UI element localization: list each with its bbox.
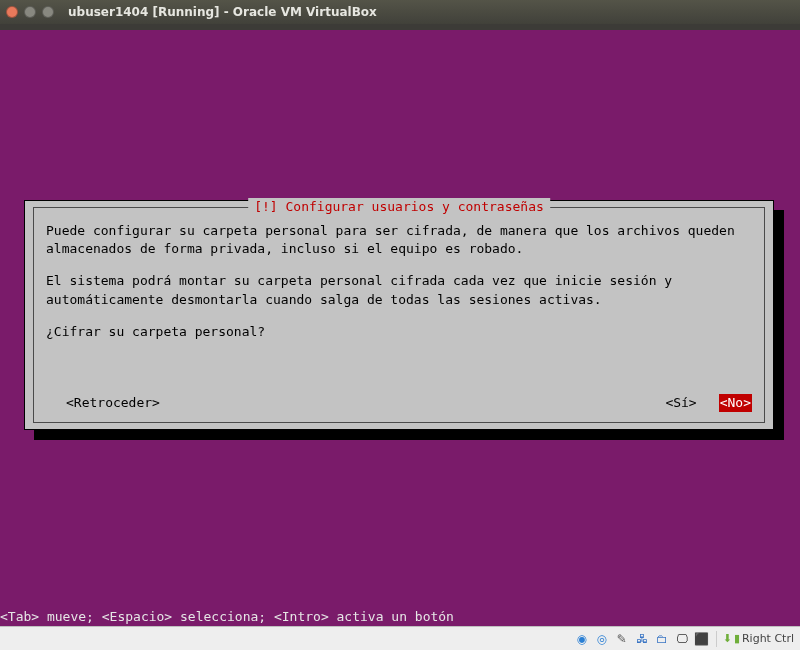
usb-icon[interactable]: ✎: [614, 631, 630, 647]
installer-dialog: [!] Configurar usuarios y contraseñas Pu…: [24, 200, 774, 430]
dialog-body: [!] Configurar usuarios y contraseñas Pu…: [33, 207, 765, 423]
minimize-icon[interactable]: [24, 6, 36, 18]
dialog-title: [!] Configurar usuarios y contraseñas: [248, 198, 550, 216]
back-button[interactable]: <Retroceder>: [66, 394, 160, 412]
shared-folder-icon[interactable]: 🗀: [654, 631, 670, 647]
vm-statusbar: ◉ ◎ ✎ 🖧 🗀 🖵 ⬛ ⬇ ▮ Right Ctrl: [0, 626, 800, 650]
close-icon[interactable]: [6, 6, 18, 18]
display-icon[interactable]: 🖵: [674, 631, 690, 647]
dialog-frame: [!] Configurar usuarios y contraseñas Pu…: [24, 200, 774, 430]
dialog-question: ¿Cifrar su carpeta personal?: [46, 323, 752, 341]
recording-icon[interactable]: ⬛: [694, 631, 710, 647]
hostkey-label: Right Ctrl: [742, 632, 794, 645]
optical-disk-icon[interactable]: ◎: [594, 631, 610, 647]
dialog-paragraph-1: Puede configurar su carpeta personal par…: [46, 222, 752, 258]
hostkey-indicator[interactable]: ⬇ ▮ Right Ctrl: [723, 632, 794, 645]
hostkey-arrow-icon: ⬇: [723, 632, 732, 645]
window-titlebar: ubuser1404 [Running] - Oracle VM Virtual…: [0, 0, 800, 24]
hard-disk-icon[interactable]: ◉: [574, 631, 590, 647]
yes-button[interactable]: <Sí>: [665, 394, 696, 412]
maximize-icon[interactable]: [42, 6, 54, 18]
keyboard-hint: <Tab> mueve; <Espacio> selecciona; <Intr…: [0, 609, 454, 624]
no-button[interactable]: <No>: [719, 394, 752, 412]
window-title: ubuser1404 [Running] - Oracle VM Virtual…: [68, 5, 377, 19]
status-separator: [716, 631, 717, 647]
network-icon[interactable]: 🖧: [634, 631, 650, 647]
dialog-paragraph-2: El sistema podrá montar su carpeta perso…: [46, 272, 752, 308]
vm-display: [!] Configurar usuarios y contraseñas Pu…: [0, 30, 800, 626]
dialog-buttons-row: <Retroceder> <Sí> <No>: [46, 394, 752, 412]
hostkey-mouse-icon: ▮: [734, 632, 740, 645]
